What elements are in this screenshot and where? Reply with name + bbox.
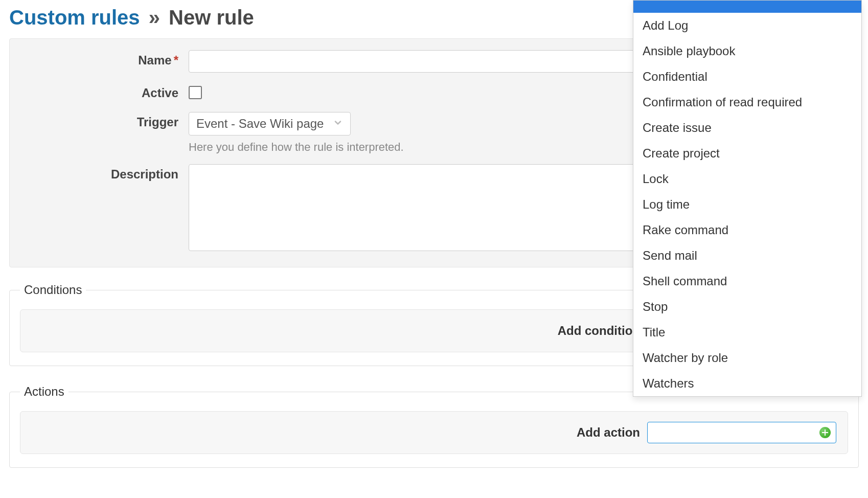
description-label: Description bbox=[25, 164, 189, 182]
add-condition-label: Add condition bbox=[558, 324, 640, 338]
action-option[interactable]: Shell command bbox=[633, 268, 861, 294]
action-option[interactable]: Confirmation of read required bbox=[633, 89, 861, 115]
required-marker: * bbox=[174, 53, 178, 67]
breadcrumb-root-link[interactable]: Custom rules bbox=[9, 6, 140, 29]
breadcrumb-separator: » bbox=[146, 6, 163, 29]
action-option[interactable]: Create issue bbox=[633, 115, 861, 141]
action-option[interactable]: Send mail bbox=[633, 243, 861, 268]
action-option[interactable]: Create project bbox=[633, 141, 861, 166]
active-checkbox[interactable] bbox=[189, 86, 202, 99]
action-option[interactable]: Watchers bbox=[633, 371, 861, 396]
action-option-highlighted[interactable] bbox=[633, 1, 861, 13]
trigger-select-value: Event - Save Wiki page bbox=[196, 117, 324, 131]
action-option[interactable]: Rake command bbox=[633, 217, 861, 243]
add-action-row: Add action bbox=[20, 411, 848, 454]
add-icon bbox=[819, 427, 831, 438]
conditions-legend: Conditions bbox=[20, 283, 86, 297]
add-action-picker[interactable] bbox=[647, 422, 836, 443]
action-option[interactable]: Confidential bbox=[633, 64, 861, 89]
action-option[interactable]: Add Log bbox=[633, 13, 861, 38]
breadcrumb-current: New rule bbox=[169, 6, 254, 29]
action-option[interactable]: Ansible playbook bbox=[633, 38, 861, 64]
add-action-label: Add action bbox=[577, 425, 640, 440]
action-option[interactable]: Log time bbox=[633, 192, 861, 217]
add-action-dropdown: Add LogAnsible playbookConfidentialConfi… bbox=[633, 0, 862, 397]
action-option[interactable]: Title bbox=[633, 320, 861, 345]
chevron-down-icon bbox=[333, 117, 343, 131]
action-option[interactable]: Lock bbox=[633, 166, 861, 192]
trigger-select[interactable]: Event - Save Wiki page bbox=[189, 112, 351, 135]
active-label: Active bbox=[25, 83, 189, 100]
action-option[interactable]: Watcher by role bbox=[633, 345, 861, 371]
trigger-label: Trigger bbox=[25, 112, 189, 129]
action-option[interactable]: Stop bbox=[633, 294, 861, 320]
actions-section: Actions Add action bbox=[9, 384, 859, 468]
actions-legend: Actions bbox=[20, 384, 68, 399]
name-label: Name* bbox=[25, 50, 189, 67]
